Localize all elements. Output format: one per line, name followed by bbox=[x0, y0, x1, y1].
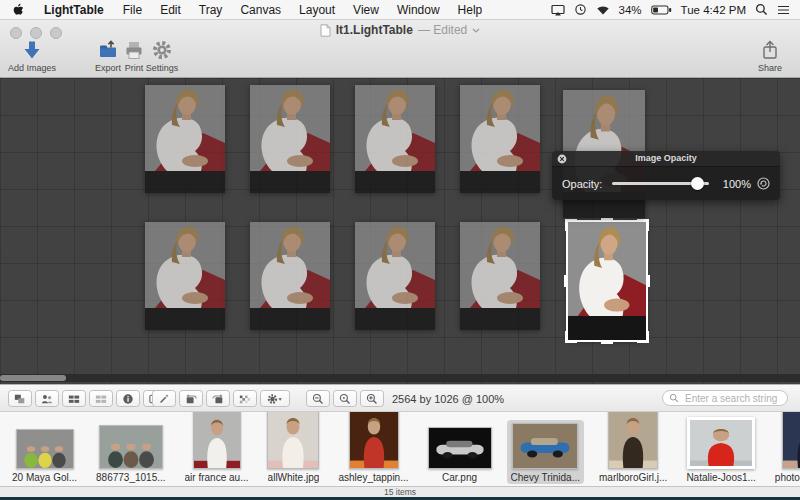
filmstrip-filename: allWhite.jpg bbox=[268, 472, 320, 483]
airplay-display-icon[interactable] bbox=[551, 3, 565, 17]
canvas[interactable]: Image Opacity Opacity: 100% bbox=[0, 78, 800, 384]
share-button[interactable]: Share bbox=[750, 35, 790, 73]
selection-handle-mt[interactable] bbox=[601, 218, 613, 222]
apple-icon bbox=[12, 3, 24, 17]
canvas-size-readout: 2564 by 1026 @ 100% bbox=[392, 393, 504, 405]
filmstrip-thumbnail[interactable] bbox=[782, 412, 800, 469]
settings-button[interactable]: Settings bbox=[140, 35, 184, 73]
grid-view-button[interactable] bbox=[62, 390, 86, 407]
selection-handle-ml[interactable] bbox=[564, 275, 568, 287]
filmstrip-item[interactable]: ashley_tappin... bbox=[334, 412, 412, 484]
filmstrip-item[interactable]: 20 Maya Gol... bbox=[8, 426, 81, 484]
filmstrip-thumbnail[interactable] bbox=[349, 412, 399, 469]
filmstrip-thumbnail[interactable] bbox=[687, 417, 755, 469]
menu-tray[interactable]: Tray bbox=[190, 3, 232, 17]
document-proxy-icon bbox=[320, 24, 331, 37]
filmstrip-thumbnail[interactable] bbox=[16, 429, 74, 469]
filmstrip-item[interactable]: air france au... bbox=[181, 412, 253, 484]
wifi-icon[interactable] bbox=[596, 4, 610, 16]
menu-app-name[interactable]: LightTable bbox=[34, 3, 114, 17]
filmstrip-filename: Car.png bbox=[442, 472, 477, 483]
status-bar: 15 items bbox=[0, 486, 800, 497]
canvas-image[interactable] bbox=[145, 222, 225, 330]
selection-handle-bl[interactable] bbox=[565, 331, 577, 343]
canvas-horizontal-scrollbar[interactable] bbox=[0, 374, 800, 382]
filmstrip-item[interactable]: Car.png bbox=[424, 424, 496, 484]
menu-layout[interactable]: Layout bbox=[290, 3, 344, 17]
opacity-panel-title: Image Opacity bbox=[552, 151, 780, 167]
image-opacity-panel: Image Opacity Opacity: 100% bbox=[552, 151, 780, 200]
magic-wand-icon bbox=[158, 393, 170, 405]
menu-file[interactable]: File bbox=[114, 3, 151, 17]
time-machine-icon[interactable] bbox=[574, 3, 587, 16]
selection-handle-br[interactable] bbox=[637, 331, 649, 343]
zoom-in-icon bbox=[366, 393, 378, 405]
contact-sheet-icon bbox=[95, 393, 107, 405]
contact-view-button[interactable] bbox=[35, 390, 59, 407]
filmstrip-filename: Natalie-Joos1... bbox=[686, 472, 755, 483]
film-strip[interactable]: 20 Maya Gol...886773_1015...air france a… bbox=[0, 412, 800, 486]
selection-handle-tl[interactable] bbox=[565, 219, 577, 231]
canvas-image[interactable] bbox=[460, 222, 540, 330]
apple-menu[interactable] bbox=[0, 3, 34, 17]
canvas-image[interactable] bbox=[355, 222, 435, 330]
zoom-in-button[interactable] bbox=[360, 390, 384, 407]
filmstrip-item[interactable]: allWhite.jpg bbox=[263, 412, 323, 484]
menu-edit[interactable]: Edit bbox=[151, 3, 190, 17]
opacity-tool-button[interactable] bbox=[233, 390, 257, 407]
filmstrip-thumbnail[interactable] bbox=[512, 423, 578, 469]
gear-menu-icon bbox=[266, 393, 284, 405]
battery-icon[interactable] bbox=[651, 5, 672, 15]
filmstrip-item[interactable]: photo-Sheen... bbox=[771, 412, 800, 484]
menu-view[interactable]: View bbox=[344, 3, 388, 17]
filmstrip-item[interactable]: Natalie-Joos1... bbox=[682, 414, 759, 484]
panel-close-icon[interactable] bbox=[557, 154, 567, 164]
zoom-out-icon bbox=[312, 393, 324, 405]
filmstrip-thumbnail[interactable] bbox=[608, 412, 658, 469]
menu-window[interactable]: Window bbox=[388, 3, 449, 17]
add-images-button[interactable]: Add Images bbox=[6, 35, 58, 73]
info-button[interactable] bbox=[116, 390, 140, 407]
opacity-slider[interactable] bbox=[612, 182, 709, 185]
search-input[interactable] bbox=[683, 392, 781, 405]
filmstrip-thumbnail[interactable] bbox=[428, 427, 492, 469]
filmstrip-thumbnail[interactable] bbox=[193, 412, 241, 469]
canvas-image-selected[interactable] bbox=[568, 222, 646, 340]
title-menu-chevron-icon[interactable] bbox=[472, 28, 480, 33]
canvas-image[interactable] bbox=[250, 222, 330, 330]
magic-wand-button[interactable] bbox=[152, 390, 176, 407]
filmstrip-filename: 20 Maya Gol... bbox=[12, 472, 77, 483]
contact-sheet-button[interactable] bbox=[89, 390, 113, 407]
zoom-actual-button[interactable] bbox=[333, 390, 357, 407]
canvas-image[interactable] bbox=[250, 85, 330, 193]
menu-help[interactable]: Help bbox=[449, 3, 492, 17]
window-header: lt1.LightTable — Edited Add Images Expor… bbox=[0, 20, 800, 78]
filmstrip-thumbnail[interactable] bbox=[99, 425, 163, 469]
search-field[interactable] bbox=[662, 390, 788, 406]
filmstrip-item[interactable]: Chevy Trinida... bbox=[507, 420, 584, 484]
filmstrip-item[interactable]: marlboroGirl.j... bbox=[595, 412, 671, 484]
selection-handle-tr[interactable] bbox=[637, 219, 649, 231]
canvas-image[interactable] bbox=[460, 85, 540, 193]
rotate-ccw-button[interactable] bbox=[179, 390, 203, 407]
opacity-slider-knob[interactable] bbox=[691, 177, 704, 190]
zoom-out-button[interactable] bbox=[306, 390, 330, 407]
canvas-image[interactable] bbox=[145, 85, 225, 193]
menu-canvas[interactable]: Canvas bbox=[231, 3, 290, 17]
actions-menu-button[interactable] bbox=[260, 390, 290, 407]
selection-handle-mb[interactable] bbox=[601, 340, 613, 344]
spotlight-icon[interactable] bbox=[755, 3, 768, 16]
filmstrip-item[interactable]: 886773_1015... bbox=[92, 422, 170, 484]
rotate-cw-button[interactable] bbox=[206, 390, 230, 407]
scrollbar-thumb[interactable] bbox=[0, 375, 66, 381]
opacity-reset-icon[interactable] bbox=[757, 177, 770, 190]
control-bar: 2564 by 1026 @ 100% bbox=[0, 384, 800, 412]
filmstrip-thumbnail[interactable] bbox=[267, 412, 319, 469]
stack-view-button[interactable] bbox=[8, 390, 32, 407]
canvas-image[interactable] bbox=[355, 85, 435, 193]
notification-center-icon[interactable] bbox=[777, 4, 790, 16]
menu-bar: LightTable FileEditTrayCanvasLayoutViewW… bbox=[0, 0, 800, 20]
share-icon bbox=[750, 35, 790, 61]
selection-handle-mr[interactable] bbox=[646, 275, 650, 287]
menu-clock[interactable]: Tue 4:42 PM bbox=[681, 4, 746, 16]
